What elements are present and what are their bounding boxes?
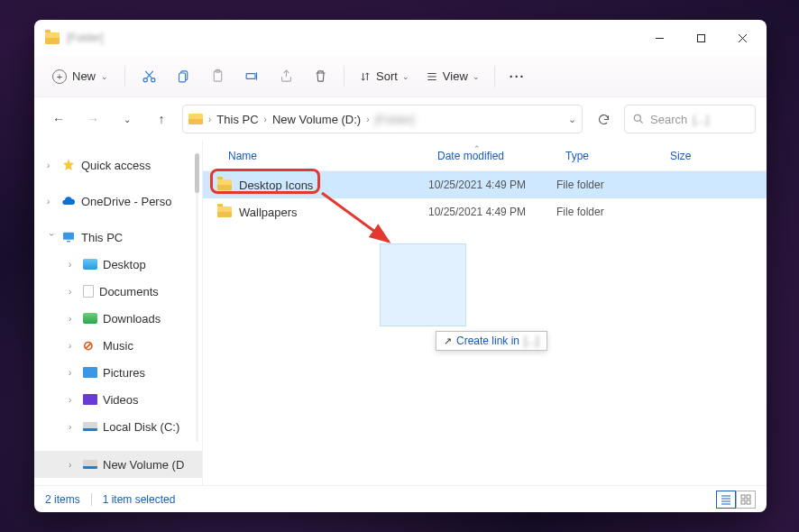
music-icon: ⊘ — [83, 338, 97, 353]
file-list: Desktop Icons 10/25/2021 4:49 PM File fo… — [203, 171, 767, 485]
chevron-right-icon: › — [69, 314, 78, 324]
sort-label: Sort — [376, 69, 398, 83]
chevron-right-icon: › — [69, 395, 78, 405]
sidebar-item-pictures[interactable]: › Pictures — [34, 359, 202, 386]
breadcrumb-item[interactable]: [Folder] — [375, 113, 415, 126]
view-label: View — [443, 69, 468, 83]
sidebar-item-label: Local Disk (C:) — [103, 420, 179, 434]
view-button[interactable]: View ⌄ — [418, 66, 487, 87]
column-name[interactable]: Name — [203, 150, 437, 162]
sidebar-item-label: Music — [103, 339, 133, 353]
videos-icon — [83, 394, 97, 405]
window-controls — [638, 20, 763, 56]
svg-line-7 — [145, 71, 152, 78]
separator — [494, 66, 495, 87]
search-icon — [632, 113, 645, 125]
maximize-button[interactable] — [680, 20, 721, 56]
search-placeholder: Search — [650, 113, 687, 126]
refresh-button[interactable] — [590, 105, 617, 133]
sidebar-item-videos[interactable]: › Videos — [34, 386, 202, 413]
svg-rect-26 — [741, 495, 745, 499]
chevron-right-icon: › — [69, 460, 78, 470]
sidebar: › Quick access › OneDrive - Perso › This… — [34, 141, 202, 485]
titlebar: [Folder] — [34, 20, 767, 56]
table-row[interactable]: Wallpapers 10/25/2021 4:49 PM File folde… — [203, 198, 767, 225]
chevron-right-icon: › — [366, 115, 369, 124]
svg-rect-20 — [67, 241, 70, 242]
history-dropdown[interactable]: ⌄ — [114, 105, 141, 133]
sort-button[interactable]: Sort ⌄ — [352, 66, 417, 87]
status-item-count: 2 items — [45, 493, 80, 506]
delete-button[interactable] — [304, 62, 336, 91]
breadcrumb-item[interactable]: This PC — [216, 113, 258, 126]
separator — [344, 66, 344, 87]
disk-icon — [83, 422, 97, 431]
chevron-right-icon: › — [69, 341, 78, 351]
drag-tooltip: ↗ Create link in [...] — [436, 331, 547, 351]
sidebar-item-desktop[interactable]: › Desktop — [34, 251, 202, 278]
document-icon — [83, 285, 94, 298]
table-row[interactable]: Desktop Icons 10/25/2021 4:49 PM File fo… — [203, 171, 767, 198]
breadcrumb-item[interactable]: New Volume (D:) — [272, 113, 361, 126]
search-input[interactable]: Search[...] — [624, 105, 756, 133]
file-date: 10/25/2021 4:49 PM — [428, 179, 556, 191]
new-button[interactable]: + New ⌄ — [43, 66, 117, 87]
column-type[interactable]: Type — [565, 150, 670, 162]
share-button[interactable] — [270, 62, 302, 91]
downloads-icon — [83, 313, 97, 324]
file-type: File folder — [556, 206, 661, 218]
sidebar-item-new-volume-d[interactable]: › New Volume (D — [34, 451, 202, 478]
up-button[interactable]: ↑ — [148, 105, 175, 133]
sidebar-item-label: Downloads — [103, 312, 161, 326]
sort-indicator-icon: ⌃ — [473, 144, 481, 153]
close-button[interactable] — [721, 20, 763, 56]
column-headers: Name ⌃ Date modified Type Size — [203, 141, 767, 171]
chevron-right-icon: › — [69, 422, 78, 432]
forward-button[interactable]: → — [79, 105, 106, 133]
status-bar: 2 items 1 item selected — [34, 485, 767, 512]
explorer-window: [Folder] + New ⌄ Sort ⌄ View ⌄ — [34, 20, 767, 512]
sidebar-item-label: New Volume (D — [103, 458, 184, 472]
minimize-button[interactable] — [638, 20, 680, 56]
sidebar-item-downloads[interactable]: › Downloads — [34, 305, 202, 332]
column-date[interactable]: Date modified — [437, 150, 565, 162]
svg-line-6 — [146, 71, 152, 78]
shortcut-arrow-icon: ↗ — [444, 335, 452, 347]
drag-ghost — [380, 243, 466, 326]
window-title: [Folder] — [67, 32, 104, 44]
chevron-right-icon: › — [208, 115, 211, 124]
folder-icon — [188, 114, 203, 124]
sidebar-item-label: OneDrive - Perso — [81, 195, 171, 208]
sidebar-item-label: This PC — [81, 231, 123, 244]
chevron-right-icon: › — [264, 115, 267, 124]
paste-button[interactable] — [201, 62, 234, 91]
svg-line-18 — [640, 121, 643, 124]
sidebar-item-label: Videos — [103, 393, 139, 407]
rename-button[interactable] — [235, 62, 268, 91]
file-date: 10/25/2021 4:49 PM — [428, 206, 556, 218]
sidebar-item-quick-access[interactable]: › Quick access — [34, 151, 202, 179]
scrollbar-thumb[interactable] — [195, 153, 199, 193]
sidebar-item-documents[interactable]: › Documents — [34, 278, 202, 305]
file-name: Wallpapers — [239, 206, 428, 219]
chevron-down-icon: ⌄ — [473, 72, 480, 81]
monitor-icon — [61, 230, 76, 244]
sidebar-item-label: Desktop — [103, 258, 146, 271]
chevron-right-icon: › — [47, 161, 56, 170]
details-view-button[interactable] — [716, 491, 736, 509]
back-button[interactable]: ← — [45, 105, 72, 133]
folder-icon — [217, 179, 232, 190]
sidebar-item-onedrive[interactable]: › OneDrive - Perso — [34, 188, 202, 215]
sidebar-item-local-disk-c[interactable]: › Local Disk (C:) — [34, 413, 202, 440]
sidebar-item-music[interactable]: › ⊘ Music — [34, 332, 202, 359]
copy-button[interactable] — [167, 62, 199, 91]
breadcrumb[interactable]: › This PC › New Volume (D:) › [Folder] ⌄ — [182, 105, 583, 133]
column-size[interactable]: Size — [670, 150, 767, 162]
chevron-down-icon[interactable]: ⌄ — [568, 114, 576, 125]
more-button[interactable]: ··· — [502, 69, 533, 84]
svg-point-4 — [143, 78, 147, 82]
sidebar-item-this-pc[interactable]: › This PC — [34, 224, 202, 251]
cut-button[interactable] — [133, 62, 165, 91]
svg-rect-19 — [63, 233, 74, 240]
thumbnails-view-button[interactable] — [736, 491, 756, 509]
